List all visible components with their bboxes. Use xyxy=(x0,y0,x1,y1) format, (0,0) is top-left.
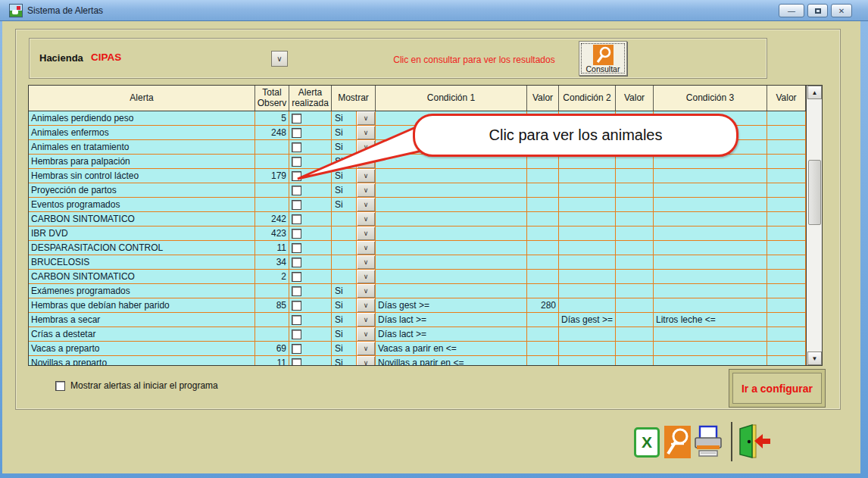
alerta-realizada-checkbox[interactable] xyxy=(292,315,301,325)
total-observ-cell: 179 xyxy=(255,169,289,183)
alerta-realizada-checkbox[interactable] xyxy=(292,272,301,282)
alerta-realizada-checkbox[interactable] xyxy=(292,157,301,167)
alerta-realizada-checkbox[interactable] xyxy=(292,114,301,123)
mostrar-cell: Si∨ xyxy=(332,183,376,197)
minimize-button[interactable]: — xyxy=(779,4,804,17)
mostrar-dropdown-button[interactable]: ∨ xyxy=(356,126,375,139)
mostrar-dropdown-button[interactable]: ∨ xyxy=(356,155,375,168)
scroll-down-icon[interactable]: ▼ xyxy=(807,351,822,365)
valor2-cell xyxy=(616,255,654,269)
alerta-realizada-cell xyxy=(289,227,332,240)
valor3-cell xyxy=(767,284,806,298)
alerta-realizada-checkbox[interactable] xyxy=(292,344,301,354)
condicion3-cell xyxy=(654,169,767,183)
total-observ-cell xyxy=(255,313,289,326)
valor2-cell xyxy=(616,183,654,197)
mostrar-dropdown-button[interactable]: ∨ xyxy=(356,298,375,312)
alerta-realizada-checkbox[interactable] xyxy=(292,301,301,311)
alerta-realizada-checkbox[interactable] xyxy=(292,358,301,366)
mostrar-cell: Si∨ xyxy=(332,298,376,312)
alerta-realizada-checkbox[interactable] xyxy=(292,200,301,210)
valor2-cell xyxy=(616,327,654,341)
alerta-realizada-cell xyxy=(289,183,332,197)
mostrar-dropdown-button[interactable]: ∨ xyxy=(356,212,375,226)
mostrar-dropdown-button[interactable]: ∨ xyxy=(356,342,375,355)
scrollbar-thumb[interactable] xyxy=(808,160,821,225)
title-bar[interactable]: Sistema de Alertas xyxy=(0,0,868,21)
mostrar-dropdown-button[interactable]: ∨ xyxy=(356,313,375,326)
alerta-realizada-checkbox[interactable] xyxy=(292,128,301,138)
table-row: CARBON SINTOMATICO2∨ xyxy=(29,270,806,284)
mostrar-dropdown-button[interactable]: ∨ xyxy=(356,169,375,183)
mostrar-value: Si xyxy=(332,113,356,123)
total-observ-cell xyxy=(255,284,289,298)
condicion1-cell: Vacas a parir en <= xyxy=(376,342,527,355)
ir-a-configurar-button[interactable]: Ir a configurar xyxy=(729,369,826,408)
condicion3-cell xyxy=(654,227,767,240)
alert-name-cell: Hembras a secar xyxy=(29,313,255,326)
mostrar-dropdown-button[interactable]: ∨ xyxy=(356,140,375,154)
column-header: Condición 2 xyxy=(559,86,616,111)
alerta-realizada-checkbox[interactable] xyxy=(292,186,301,195)
alerta-realizada-cell xyxy=(289,342,332,355)
total-observ-cell: 34 xyxy=(255,255,289,269)
column-header: Valor xyxy=(527,86,559,111)
startup-alerts-label: Mostrar alertas al iniciar el programa xyxy=(70,380,218,391)
alerta-realizada-checkbox[interactable] xyxy=(292,142,301,152)
hacienda-value: CIPAS xyxy=(91,52,121,63)
condicion3-cell xyxy=(654,298,767,312)
app-icon xyxy=(9,4,23,17)
valor3-cell xyxy=(767,169,806,183)
alerta-realizada-checkbox[interactable] xyxy=(292,330,301,339)
valor1-cell xyxy=(527,183,559,197)
column-header: Mostrar xyxy=(332,86,376,111)
alerta-realizada-checkbox[interactable] xyxy=(292,243,301,253)
valor1-cell: 280 xyxy=(527,298,559,312)
column-header: Valor xyxy=(616,86,654,111)
mostrar-dropdown-button[interactable]: ∨ xyxy=(356,227,375,240)
mostrar-value: Si xyxy=(332,343,356,354)
mostrar-dropdown-button[interactable]: ∨ xyxy=(356,111,375,125)
restore-button[interactable] xyxy=(807,4,828,17)
hacienda-dropdown[interactable]: ∨ xyxy=(271,51,288,67)
alerta-realizada-checkbox[interactable] xyxy=(292,214,301,224)
valor2-cell xyxy=(616,212,654,226)
consultar-button[interactable]: Consultar xyxy=(579,41,627,76)
valor2-cell xyxy=(616,241,654,255)
alerta-realizada-checkbox[interactable] xyxy=(292,286,301,296)
mostrar-value: Si xyxy=(332,300,356,311)
vertical-scrollbar[interactable]: ▲ ▼ xyxy=(806,86,822,365)
mostrar-dropdown-button[interactable]: ∨ xyxy=(356,183,375,197)
column-header: Alerta realizada xyxy=(289,86,332,111)
mostrar-dropdown-button[interactable]: ∨ xyxy=(356,198,375,211)
search-icon[interactable] xyxy=(664,426,691,458)
close-button[interactable]: ✕ xyxy=(831,4,852,17)
valor2-cell xyxy=(616,356,654,365)
mostrar-dropdown-button[interactable]: ∨ xyxy=(356,284,375,298)
excel-export-icon[interactable]: X xyxy=(634,427,660,458)
mostrar-dropdown-button[interactable]: ∨ xyxy=(356,270,375,283)
valor1-cell xyxy=(527,255,559,269)
alerta-realizada-checkbox[interactable] xyxy=(292,229,301,239)
mostrar-dropdown-button[interactable]: ∨ xyxy=(356,356,375,365)
mostrar-dropdown-button[interactable]: ∨ xyxy=(356,327,375,341)
valor3-cell xyxy=(767,126,806,139)
startup-alerts-checkbox[interactable] xyxy=(55,381,65,391)
condicion3-cell xyxy=(654,198,767,211)
alerta-realizada-checkbox[interactable] xyxy=(292,258,301,267)
condicion1-cell xyxy=(376,227,527,240)
alerta-realizada-checkbox[interactable] xyxy=(292,171,301,181)
alerta-realizada-cell xyxy=(289,126,332,139)
condicion1-cell: Días lact >= xyxy=(376,327,527,341)
mostrar-dropdown-button[interactable]: ∨ xyxy=(356,241,375,255)
alerta-realizada-cell xyxy=(289,313,332,326)
valor3-cell xyxy=(767,212,806,226)
valor3-cell xyxy=(767,183,806,197)
alert-name-cell: Crías a destetar xyxy=(29,327,255,341)
total-observ-cell: 11 xyxy=(255,356,289,365)
scroll-up-icon[interactable]: ▲ xyxy=(807,86,822,99)
total-observ-cell xyxy=(255,183,289,197)
mostrar-dropdown-button[interactable]: ∨ xyxy=(356,255,375,269)
exit-icon[interactable] xyxy=(738,423,771,460)
print-icon[interactable] xyxy=(694,425,723,459)
